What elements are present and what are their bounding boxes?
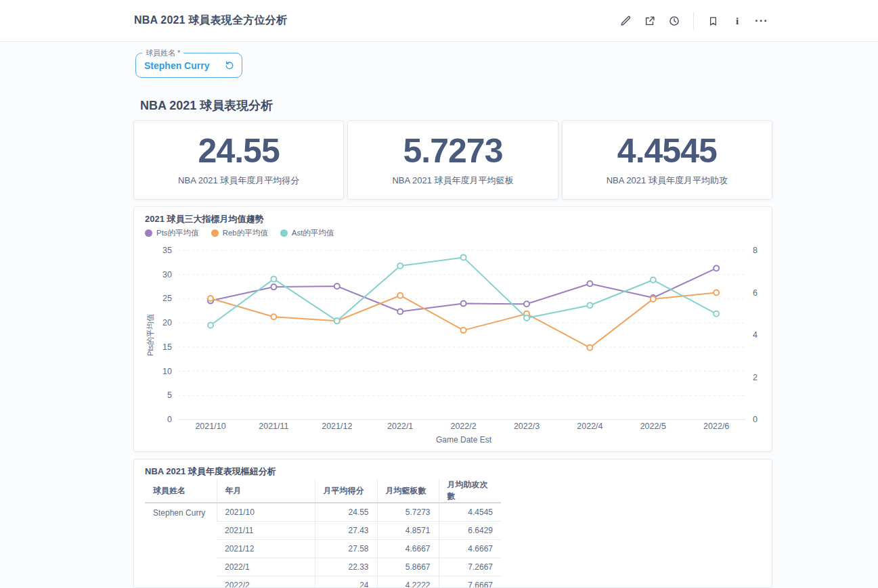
- kpi-card-avg-assists: 4.4545 NBA 2021 球員年度月平均助攻: [562, 120, 772, 200]
- pivot-table[interactable]: 球員姓名 年月 月平均得分 月均籃板數 月均助攻次數 Stephen Curry…: [145, 479, 501, 588]
- legend-item-pts[interactable]: Pts的平均值: [145, 228, 199, 238]
- value-cell: 24.55: [315, 503, 377, 521]
- svg-text:2022/1: 2022/1: [387, 422, 413, 431]
- section-title: NBA 2021 球員表現分析: [140, 97, 273, 114]
- svg-text:Game Date Est: Game Date Est: [436, 435, 492, 445]
- value-cell: 4.8571: [377, 521, 439, 539]
- bookmark-icon: [707, 16, 719, 27]
- player-name-filter[interactable]: 球員姓名 * Stephen Curry: [135, 53, 242, 78]
- open-external-icon: [644, 15, 656, 27]
- legend-item-ast[interactable]: Ast的平均值: [280, 228, 334, 238]
- col-header-rebounds: 月均籃板數: [377, 479, 439, 503]
- info-icon: i: [736, 16, 739, 27]
- value-cell: 24: [315, 576, 377, 588]
- svg-text:0: 0: [753, 415, 758, 424]
- trend-chart-panel: 2021 球員三大指標月均值趨勢 Pts的平均值 Reb的平均值 Ast的平均值…: [133, 206, 772, 452]
- kpi-value: 4.4545: [617, 133, 717, 169]
- month-cell: 2021/12: [217, 539, 315, 558]
- legend-item-reb[interactable]: Reb的平均值: [211, 228, 268, 238]
- info-button[interactable]: i: [728, 12, 747, 30]
- month-cell: 2021/10: [217, 503, 315, 521]
- table-title: NBA 2021 球員年度表現樞紐分析: [145, 466, 276, 478]
- line-chart[interactable]: 05101520253035024682021/102021/112021/12…: [134, 242, 773, 451]
- table-row[interactable]: Stephen Curry2021/1024.555.72734.4545: [145, 503, 501, 521]
- kpi-label: NBA 2021 球員年度月平均籃板: [392, 175, 513, 187]
- pivot-table-panel: NBA 2021 球員年度表現樞紐分析 球員姓名 年月 月平均得分 月均籃板數 …: [133, 459, 772, 588]
- more-options-button[interactable]: ···: [752, 12, 771, 30]
- kpi-value: 24.55: [198, 133, 280, 169]
- svg-text:2022/4: 2022/4: [577, 422, 602, 431]
- svg-text:30: 30: [162, 270, 172, 279]
- col-header-player: 球員姓名: [145, 479, 217, 503]
- svg-text:2021/11: 2021/11: [259, 422, 288, 431]
- svg-text:8: 8: [753, 246, 758, 255]
- svg-text:20: 20: [162, 318, 172, 327]
- filter-value[interactable]: Stephen Curry: [144, 60, 224, 71]
- ast-legend-dot: [280, 229, 288, 237]
- kpi-label: NBA 2021 球員年度月平均助攻: [607, 175, 728, 187]
- pts-legend-dot: [145, 229, 152, 237]
- svg-text:4: 4: [753, 330, 758, 340]
- filter-label: 球員姓名 *: [142, 48, 183, 58]
- svg-text:Pts的平均值: Pts的平均值: [146, 313, 154, 356]
- kpi-card-avg-points: 24.55 NBA 2021 球員年度月平均得分: [133, 120, 344, 200]
- col-header-assists: 月均助攻次數: [439, 479, 501, 503]
- kpi-value: 5.7273: [403, 133, 503, 169]
- svg-text:2022/6: 2022/6: [703, 422, 729, 431]
- edit-button[interactable]: [616, 12, 635, 30]
- clock-icon: [668, 15, 680, 27]
- col-header-points: 月平均得分: [315, 479, 377, 503]
- svg-text:2: 2: [753, 373, 758, 382]
- reb-legend-dot: [211, 229, 219, 237]
- table-body: Stephen Curry2021/1024.555.72734.4545202…: [145, 503, 501, 588]
- svg-text:2021/10: 2021/10: [195, 422, 225, 431]
- svg-text:0: 0: [167, 415, 172, 424]
- month-cell: 2021/11: [217, 521, 315, 539]
- value-cell: 27.58: [315, 539, 377, 558]
- value-cell: 4.6667: [377, 539, 439, 558]
- legend-label: Reb的平均值: [223, 228, 268, 238]
- svg-text:2022/3: 2022/3: [514, 422, 540, 431]
- bookmark-button[interactable]: [703, 12, 722, 30]
- page-title: NBA 2021 球員表現全方位分析: [134, 14, 287, 28]
- table-header: 球員姓名 年月 月平均得分 月均籃板數 月均助攻次數: [145, 479, 501, 503]
- open-external-button[interactable]: [640, 12, 659, 30]
- value-cell: 6.6429: [439, 521, 501, 539]
- kpi-label: NBA 2021 球員年度月平均得分: [178, 175, 299, 187]
- value-cell: 5.7273: [377, 503, 439, 521]
- svg-text:15: 15: [162, 342, 172, 352]
- chart-title: 2021 球員三大指標月均值趨勢: [145, 213, 264, 225]
- header-divider: [693, 12, 694, 30]
- header-actions: i ···: [616, 8, 771, 34]
- svg-text:25: 25: [162, 294, 172, 303]
- value-cell: 7.2667: [439, 558, 501, 576]
- value-cell: 4.2222: [377, 576, 439, 588]
- svg-text:2022/2: 2022/2: [450, 422, 476, 431]
- value-cell: 5.8667: [377, 558, 439, 576]
- svg-text:2022/5: 2022/5: [640, 422, 666, 431]
- pencil-icon: [619, 15, 632, 27]
- col-header-month: 年月: [217, 479, 315, 503]
- legend-label: Ast的平均值: [292, 228, 334, 238]
- svg-text:35: 35: [162, 246, 172, 255]
- kpi-row: 24.55 NBA 2021 球員年度月平均得分 5.7273 NBA 2021…: [133, 120, 772, 200]
- value-cell: 22.33: [315, 558, 377, 576]
- ellipsis-icon: ···: [755, 18, 768, 24]
- month-cell: 2022/1: [217, 558, 315, 576]
- app-header: NBA 2021 球員表現全方位分析 i ···: [0, 0, 878, 42]
- svg-text:6: 6: [753, 288, 758, 298]
- kpi-card-avg-rebounds: 5.7273 NBA 2021 球員年度月平均籃板: [347, 120, 558, 200]
- player-name-cell: Stephen Curry: [145, 503, 217, 588]
- svg-text:5: 5: [167, 390, 172, 400]
- schedule-button[interactable]: [665, 12, 684, 30]
- refresh-icon[interactable]: [224, 60, 235, 71]
- legend-label: Pts的平均值: [156, 228, 199, 238]
- svg-text:2021/12: 2021/12: [322, 422, 352, 431]
- value-cell: 4.6667: [439, 539, 501, 558]
- month-cell: 2022/2: [217, 576, 315, 588]
- chart-legend: Pts的平均值 Reb的平均值 Ast的平均值: [145, 228, 334, 238]
- value-cell: 4.4545: [439, 503, 501, 521]
- svg-text:10: 10: [162, 367, 172, 376]
- value-cell: 27.43: [315, 521, 377, 539]
- value-cell: 7.6667: [439, 576, 501, 588]
